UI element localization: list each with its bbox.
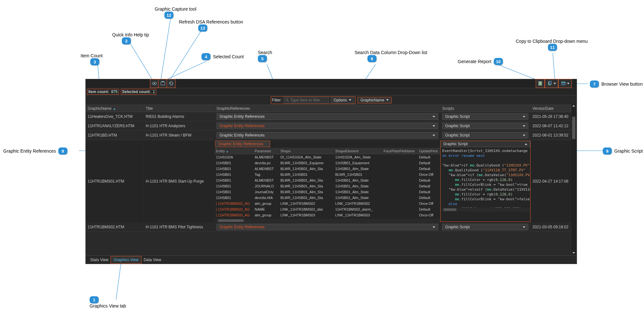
script-hscrollbar[interactable] — [440, 208, 530, 212]
subgrid-row[interactable]: 11HSB01JOURNALOBLWR_11HSB01_Alm_Sta11HSB… — [215, 183, 440, 189]
col-header-scripts[interactable]: Scripts — [440, 106, 531, 111]
subcell-updateperiod: Default — [418, 161, 438, 165]
filter-input[interactable] — [290, 98, 327, 102]
expanded-gn-cell: 11HTR1BMS01.HTM — [86, 140, 144, 223]
subgrid-row[interactable]: | 11HTR1BMS02_AGalm_groupLINK_11HTR1BMS0… — [215, 201, 440, 206]
subgrid-row[interactable]: 11HSB01ALMENBSTBLWR_11HSB01_Alm_Sta11HSB… — [215, 177, 440, 183]
refresh-dsa-button[interactable] — [167, 79, 175, 88]
annotation-9: 9 Graphic Script — [603, 147, 643, 155]
scripts-expander[interactable]: Graphic Script — [442, 132, 528, 138]
col-header-title[interactable]: Title — [144, 106, 215, 111]
cell-refs: Graphic Entity References — [215, 112, 440, 121]
filter-input-wrap[interactable] — [284, 97, 329, 103]
col-header-refs[interactable]: GraphicReferences — [215, 106, 440, 111]
refs-expander[interactable]: Graphic Entity References — [217, 123, 438, 129]
col-header-date[interactable]: VersionDate — [531, 106, 572, 111]
subgrid-row[interactable]: | 11HTR1BMS03_AGalm_groupLINK_11HTR1BMS0… — [215, 212, 440, 218]
table-row[interactable]: 11HeatersOvw_TCK.HTMRIE01 Building Alarm… — [86, 112, 577, 121]
scripts-expander[interactable]: Graphic Script — [442, 123, 528, 129]
subcell-shapeelement: 11HS102A_Alm_State — [334, 155, 382, 159]
scroll-down-icon[interactable] — [572, 251, 575, 255]
subgrid-row[interactable]: | 11HTR1BMS02_AGNAMELINK_11HTR1BMS02_ala… — [215, 206, 440, 212]
chevron-down-icon — [349, 99, 351, 101]
chevron-down-icon — [523, 125, 525, 127]
svg-point-14 — [154, 83, 155, 84]
table-row[interactable]: 11HTR1BMS02.HTM H-1101 HTR BMS Pilot Tig… — [86, 223, 577, 232]
tab-stats[interactable]: Stats View — [88, 256, 111, 263]
subcell-shape: BLWR_11HSB01_Alm_Sta — [279, 184, 334, 188]
subgrid-body: 11HS102AALMENBSTDI_11HS102A_Alm_State11H… — [215, 154, 440, 219]
refs-expander[interactable]: Graphic Entity References — [217, 224, 438, 230]
expanded-date-cell: 2022-04-27 14:17:06 — [531, 140, 572, 223]
table-row[interactable]: 11HTR1ANALYZERS.HTMH-1101 HTR AnalyzersG… — [86, 121, 577, 131]
scripts-expander[interactable]: Graphic Script — [442, 113, 528, 120]
chevron-down-icon — [433, 226, 435, 228]
subcell-shapeelement: 11HSB01_Alm_State — [334, 184, 382, 188]
subcell-updateperiod: Default — [418, 184, 438, 188]
filter-column-dropdown[interactable]: GraphicName — [357, 97, 392, 103]
copy-clipboard-button[interactable] — [545, 79, 558, 88]
toolbar — [86, 79, 577, 88]
subcol-updateperiod[interactable]: UpdatePeriod — [418, 149, 438, 153]
cell-refs: Graphic Entity References — [215, 131, 440, 140]
cell-graphicname: 11HeatersOvw_TCK.HTM — [86, 112, 144, 121]
subcol-entity[interactable]: Entity ▲ — [215, 149, 253, 153]
refs-expander[interactable]: Graphic Entity References — [217, 132, 438, 138]
subgrid-row[interactable]: 11HSB01JournalOnlyBLWR_11HSB01_Alm_Sta11… — [215, 189, 440, 195]
grid-body: 11HeatersOvw_TCK.HTMRIE01 Building Alarm… — [86, 112, 577, 232]
svg-line-9 — [553, 53, 555, 82]
quick-info-button[interactable] — [150, 79, 159, 88]
annotation-6: Search Data Column Drop-Down list6 — [355, 50, 427, 62]
filter-column-label: GraphicName — [360, 98, 384, 102]
subcell-entity: | 11HTR1BMS02_AG — [215, 202, 253, 205]
subcol-faceplate[interactable]: FacePlateFileName — [382, 149, 418, 153]
refresh-icon — [169, 81, 174, 86]
subcol-parameter[interactable]: Parameter — [253, 149, 279, 153]
subgrid-row[interactable]: 11HSB01devctla.pvBLWR_11HSB01_Equipme11H… — [215, 160, 440, 166]
col-header-graphicname[interactable]: GraphicName▲ — [86, 106, 144, 111]
graphic-entity-refs-expander[interactable]: Graphic Entity References — [215, 141, 270, 147]
generate-report-button[interactable] — [536, 79, 544, 88]
table-row[interactable]: 11HTR1BD.HTMH-1101 HTR Steam / BFWGraphi… — [86, 131, 577, 140]
item-count-group: Item count: 875 — [87, 89, 119, 95]
filter-options-dropdown[interactable]: Options — [331, 97, 354, 103]
subcell-updateperiod: Default — [418, 167, 438, 171]
subcell-shapeelement: 11HSB01_Equipment — [334, 161, 382, 165]
subgrid-header: Entity ▲ Parameter Shape ShapeElement Fa… — [215, 148, 440, 154]
subgrid-row[interactable]: 11HS102AALMENBSTDI_11HS102A_Alm_State11H… — [215, 154, 440, 160]
browser-view-button[interactable] — [559, 79, 571, 88]
subcol-shape[interactable]: Shape — [279, 149, 334, 153]
expanded-title-cell: H-1101 HTR BMS Start-Up Purge — [144, 140, 215, 223]
chevron-up-icon — [525, 143, 527, 145]
subcell-shape: BLWR_11HSB01_Alm_Sta — [279, 178, 334, 182]
subgrid-row[interactable]: 11HSB01ALMENBSTBLWR_11HSB01_Alm_Sta11HSB… — [215, 166, 440, 172]
scripts-expander[interactable]: Graphic Script — [442, 224, 528, 230]
subgrid-row[interactable]: 11HSB01devctla.HIABLWR_11HSB01_Alm_Sta11… — [215, 195, 440, 201]
subcell-entity: 11HSB01 — [215, 167, 253, 171]
subcell-entity: | 11HTR1BMS03_AG — [215, 213, 253, 217]
subcell-updateperiod: Default — [418, 196, 438, 200]
scroll-up-icon[interactable] — [572, 104, 575, 108]
refs-expander[interactable]: Graphic Entity References — [217, 113, 438, 120]
expanded-scripts-cell: Graphic Script EventHandler[Scrtxt_11HS1… — [440, 141, 531, 222]
vertical-scrollbar[interactable] — [571, 104, 576, 255]
subcol-shapeelement[interactable]: ShapeElement — [334, 149, 382, 153]
cell-title: RIE01 Building Alarms — [144, 112, 215, 121]
scroll-thumb[interactable] — [572, 117, 575, 139]
graphic-script-expander[interactable]: Graphic Script — [440, 141, 530, 147]
tab-data[interactable]: Data View — [141, 256, 164, 263]
subcell-parameter: ALMENBST — [253, 155, 279, 159]
svg-rect-16 — [162, 81, 164, 82]
expanded-refs-cell: Graphic Entity References Entity ▲ Param… — [215, 140, 440, 223]
tab-graphics[interactable]: Graphics View — [111, 256, 141, 263]
subcell-shape: LINK_11HTR1BMS03 — [279, 213, 334, 217]
browser-icon — [561, 81, 566, 86]
graphic-capture-button[interactable] — [159, 79, 167, 88]
subgrid-row[interactable]: 11HSB01TagBLWR_11HSB01BLWR_11HSB01Once-O… — [215, 172, 440, 177]
chevron-down-icon — [433, 125, 435, 127]
bottom-tabs: Stats View Graphics View Data View — [86, 255, 577, 264]
annotation-2: Quick Info Help tip2 — [112, 32, 149, 44]
annotation-13: Refresh DSA References button13 — [179, 19, 243, 32]
search-icon — [285, 98, 289, 102]
subgrid-hscrollbar[interactable] — [215, 219, 440, 223]
